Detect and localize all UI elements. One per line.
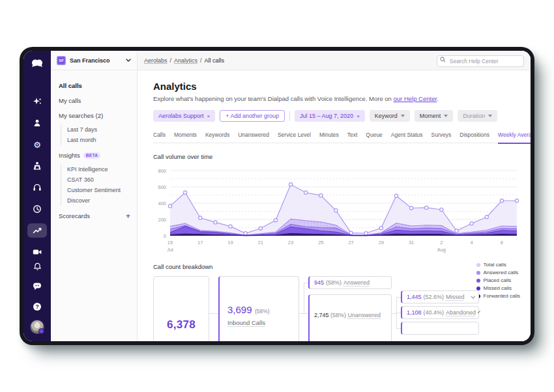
sidebar-item-customer-sentiment[interactable]: Customer Sentiment: [67, 185, 130, 195]
ai-sparkles-icon[interactable]: [27, 94, 47, 109]
sidebar-item-label: Last 7 days: [67, 126, 97, 133]
remove-group-icon[interactable]: ×: [207, 113, 211, 119]
svg-text:21: 21: [258, 240, 263, 245]
contacts-icon[interactable]: [27, 116, 47, 130]
window-frame: ⚙: [20, 47, 534, 345]
settings-gear-icon[interactable]: ⚙: [27, 137, 47, 152]
sidebar-item-last-7-days[interactable]: Last 7 days: [67, 124, 130, 135]
add-scorecard-button[interactable]: +: [126, 212, 130, 221]
headset-icon[interactable]: [27, 180, 47, 195]
user-avatar[interactable]: [30, 320, 44, 334]
unanswered-pct: (58%): [330, 312, 346, 318]
history-icon[interactable]: [27, 202, 47, 216]
keyword-dropdown[interactable]: Keyword: [370, 110, 410, 122]
analytics-tabs: Calls Moments Keywords Unanswered Servic…: [153, 132, 521, 143]
legend-dot: [476, 271, 480, 275]
sidebar-item-label: Customer Sentiment: [67, 187, 121, 193]
remove-date-icon[interactable]: ×: [357, 113, 360, 119]
saved-searches-group: Last 7 days Last month: [61, 124, 130, 145]
analytics-chart-icon[interactable]: [27, 223, 47, 238]
sidebar-item-insights[interactable]: Insights BETA: [59, 148, 130, 163]
abandoned-value: 1,108: [407, 309, 422, 316]
tab-service-level[interactable]: Service Level: [278, 132, 311, 143]
rail-top-icons: ⚙: [27, 94, 47, 259]
sidebar-item-all-calls[interactable]: All calls: [59, 78, 130, 93]
sidebar-item-csat-360[interactable]: CSAT 360: [67, 175, 130, 185]
rail-bottom-icons: ?: [27, 259, 47, 334]
add-group-label: + Add another group: [226, 113, 279, 119]
connector-line: [396, 297, 401, 298]
tab-unanswered[interactable]: Unanswered: [238, 132, 269, 143]
sidebar-item-label: My searches (2): [59, 112, 103, 119]
tab-moments[interactable]: Moments: [174, 132, 197, 143]
connector-line: [392, 313, 396, 314]
sidebar-item-label: KPI Intelligence: [67, 166, 108, 173]
duration-dropdown[interactable]: Duration: [458, 110, 497, 122]
total-calls-card[interactable]: 6,378: [153, 276, 209, 341]
tab-weekly-averages[interactable]: Weekly Averages: [498, 132, 531, 143]
svg-text:29: 29: [379, 240, 384, 245]
sidebar-item-last-month[interactable]: Last month: [67, 135, 130, 145]
sidebar-item-discover[interactable]: Discover: [67, 195, 130, 206]
help-icon[interactable]: ?: [27, 300, 47, 314]
help-center-link[interactable]: our Help Center: [394, 95, 437, 102]
svg-text:Jul: Jul: [167, 247, 173, 253]
sidebar-item-label: Last month: [67, 137, 96, 143]
chevron-down-icon[interactable]: [478, 310, 480, 313]
connector-line: [304, 283, 304, 314]
sidebar-item-my-searches[interactable]: My searches (2): [59, 108, 130, 123]
missed-label: Missed: [446, 294, 465, 300]
svg-text:4: 4: [471, 240, 473, 245]
coaching-icon[interactable]: [27, 159, 47, 173]
sidebar-item-scorecards[interactable]: Scorecards +: [59, 208, 130, 223]
duration-label: Duration: [463, 113, 485, 119]
page-subtitle: Explore what's happening on your team's …: [153, 95, 521, 102]
answered-card[interactable]: 945 (58%) Answered: [308, 276, 392, 289]
date-range-chip[interactable]: Jul 15 – Aug 7, 2020 ×: [295, 110, 365, 122]
breadcrumb: Aerolabs / Analytics / All calls: [144, 57, 224, 64]
abandoned-card[interactable]: 1,108 (40.4%) Abandoned: [401, 306, 479, 319]
chart-title: Call volume over time: [153, 153, 521, 160]
tab-queue[interactable]: Queue: [366, 132, 383, 143]
group-filter-chip[interactable]: Aerolabs Support ×: [153, 110, 215, 122]
filter-divider: [289, 111, 290, 121]
tab-dispositions[interactable]: Dispositions: [459, 132, 489, 143]
chevron-down-icon: [401, 115, 405, 117]
office-selector[interactable]: SF San Francisco: [51, 51, 137, 70]
moment-dropdown[interactable]: Moment: [415, 110, 454, 122]
connector-line: [304, 283, 308, 283]
breadcrumb-separator: /: [200, 57, 202, 64]
main-panel: Aerolabs / Analytics / All calls Analyti…: [138, 51, 531, 341]
sidebar-item-my-calls[interactable]: My calls: [59, 93, 130, 108]
office-name: San Francisco: [70, 57, 110, 64]
chat-bubble-icon[interactable]: [27, 279, 47, 294]
chevron-down-icon: [126, 59, 131, 62]
partial-card[interactable]: [401, 322, 479, 335]
breadcrumb-aerolabs[interactable]: Aerolabs: [144, 57, 168, 64]
tab-text[interactable]: Text: [347, 132, 358, 143]
notifications-bell-icon[interactable]: [27, 259, 47, 273]
unanswered-card[interactable]: 2,745 (58%) Unanswered: [308, 294, 392, 341]
call-count-breakdown: Call count breakdown Total calls Answere…: [153, 263, 521, 341]
inbound-calls-card[interactable]: 3,699 (58%) Inbound Calls: [218, 276, 299, 341]
svg-text:200: 200: [158, 217, 166, 223]
sidebar-item-label: All calls: [59, 82, 82, 89]
tab-surveys[interactable]: Surveys: [431, 132, 452, 143]
tab-minutes[interactable]: Minutes: [319, 132, 339, 143]
missed-card[interactable]: 1,445 (52.6%) Missed: [401, 290, 479, 303]
breadcrumb-analytics[interactable]: Analytics: [174, 57, 197, 64]
tab-calls[interactable]: Calls: [153, 132, 166, 143]
tab-agent-status[interactable]: Agent Status: [391, 132, 423, 143]
svg-text:27: 27: [348, 240, 353, 245]
video-camera-icon[interactable]: [27, 245, 47, 259]
tab-keywords[interactable]: Keywords: [205, 132, 229, 143]
add-group-button[interactable]: + Add another group: [220, 110, 285, 122]
dialpad-logo[interactable]: [27, 59, 47, 68]
abandoned-label: Abandoned: [446, 309, 476, 316]
sidebar-item-kpi-intelligence[interactable]: KPI Intelligence: [67, 164, 130, 175]
chevron-down-icon[interactable]: [471, 294, 475, 298]
icon-rail: ⚙: [23, 51, 51, 341]
connector-line: [396, 328, 401, 329]
search-input[interactable]: [437, 55, 524, 67]
missed-pct: (52.6%): [424, 294, 445, 300]
